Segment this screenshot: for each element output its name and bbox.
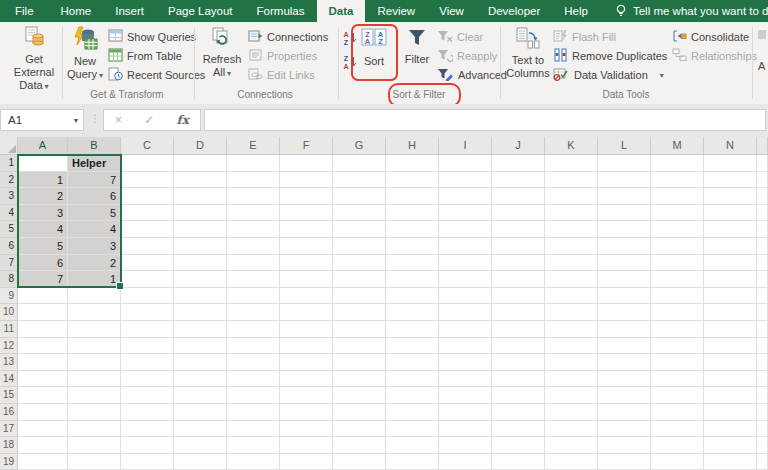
- cell-I17[interactable]: [439, 421, 492, 438]
- tab-review[interactable]: Review: [365, 0, 427, 22]
- row-header-7[interactable]: 7: [0, 255, 18, 272]
- row-header-14[interactable]: 14: [0, 371, 18, 388]
- cell-N13[interactable]: [704, 354, 757, 371]
- cell-J10[interactable]: [492, 304, 545, 321]
- cell-partial-13[interactable]: [757, 354, 768, 371]
- get-external-data-button[interactable]: Get External Data▾: [6, 26, 62, 88]
- cell-I14[interactable]: [439, 371, 492, 388]
- fill-handle[interactable]: [116, 282, 124, 290]
- cell-J1[interactable]: [492, 155, 545, 172]
- cell-A16[interactable]: [18, 404, 68, 421]
- cell-K3[interactable]: [545, 188, 598, 205]
- cell-partial-16[interactable]: [757, 404, 768, 421]
- cell-K4[interactable]: [545, 205, 598, 222]
- recent-sources-button[interactable]: Recent Sources: [108, 66, 205, 84]
- cell-L14[interactable]: [598, 371, 651, 388]
- column-header-H[interactable]: H: [386, 137, 439, 155]
- name-box-caret-icon[interactable]: ▾: [74, 116, 78, 125]
- cell-E9[interactable]: [227, 288, 280, 305]
- cell-C12[interactable]: [121, 338, 174, 355]
- enter-icon[interactable]: ✓: [144, 113, 154, 127]
- cell-I4[interactable]: [439, 205, 492, 222]
- cell-J8[interactable]: [492, 271, 545, 288]
- cell-B10[interactable]: [68, 304, 121, 321]
- sort-button[interactable]: ZAAZ Sort: [356, 27, 392, 89]
- cell-N4[interactable]: [704, 205, 757, 222]
- cell-J15[interactable]: [492, 387, 545, 404]
- tab-insert[interactable]: Insert: [103, 0, 156, 22]
- cell-B6[interactable]: 3: [68, 238, 121, 255]
- row-header-16[interactable]: 16: [0, 404, 18, 421]
- from-table-button[interactable]: From Table: [108, 47, 182, 65]
- cell-G7[interactable]: [333, 255, 386, 272]
- column-header-A[interactable]: A: [18, 137, 68, 155]
- cell-G14[interactable]: [333, 371, 386, 388]
- cell-C11[interactable]: [121, 321, 174, 338]
- cell-partial-9[interactable]: [757, 288, 768, 305]
- cell-F12[interactable]: [280, 338, 333, 355]
- cell-J17[interactable]: [492, 421, 545, 438]
- cell-L13[interactable]: [598, 354, 651, 371]
- cell-partial-11[interactable]: [757, 321, 768, 338]
- cell-N12[interactable]: [704, 338, 757, 355]
- cell-I18[interactable]: [439, 437, 492, 454]
- cell-C10[interactable]: [121, 304, 174, 321]
- cell-E1[interactable]: [227, 155, 280, 172]
- cell-E11[interactable]: [227, 321, 280, 338]
- cell-L15[interactable]: [598, 387, 651, 404]
- cell-D6[interactable]: [174, 238, 227, 255]
- cell-N9[interactable]: [704, 288, 757, 305]
- column-header-J[interactable]: J: [492, 137, 545, 155]
- cell-A2[interactable]: 1: [18, 172, 68, 189]
- cell-G11[interactable]: [333, 321, 386, 338]
- row-header-17[interactable]: 17: [0, 421, 18, 438]
- cell-M4[interactable]: [651, 205, 704, 222]
- cell-F5[interactable]: [280, 221, 333, 238]
- cell-D1[interactable]: [174, 155, 227, 172]
- cell-H7[interactable]: [386, 255, 439, 272]
- column-header-D[interactable]: D: [174, 137, 227, 155]
- cell-partial-7[interactable]: [757, 255, 768, 272]
- cell-J13[interactable]: [492, 354, 545, 371]
- cell-H18[interactable]: [386, 437, 439, 454]
- cell-N1[interactable]: [704, 155, 757, 172]
- cell-A7[interactable]: 6: [18, 255, 68, 272]
- cell-A19[interactable]: [18, 454, 68, 470]
- cell-D11[interactable]: [174, 321, 227, 338]
- cell-B15[interactable]: [68, 387, 121, 404]
- cell-A4[interactable]: 3: [18, 205, 68, 222]
- cell-M14[interactable]: [651, 371, 704, 388]
- cell-L17[interactable]: [598, 421, 651, 438]
- cell-C13[interactable]: [121, 354, 174, 371]
- column-header-C[interactable]: C: [121, 137, 174, 155]
- cell-L7[interactable]: [598, 255, 651, 272]
- cell-D5[interactable]: [174, 221, 227, 238]
- cell-D15[interactable]: [174, 387, 227, 404]
- cell-L12[interactable]: [598, 338, 651, 355]
- cell-N10[interactable]: [704, 304, 757, 321]
- cell-H19[interactable]: [386, 454, 439, 470]
- name-box[interactable]: A1 ▾: [0, 109, 84, 131]
- cell-E17[interactable]: [227, 421, 280, 438]
- cell-M2[interactable]: [651, 172, 704, 189]
- cell-B3[interactable]: 6: [68, 188, 121, 205]
- cell-I5[interactable]: [439, 221, 492, 238]
- cell-A17[interactable]: [18, 421, 68, 438]
- cell-J7[interactable]: [492, 255, 545, 272]
- cell-G16[interactable]: [333, 404, 386, 421]
- cell-partial-5[interactable]: [757, 221, 768, 238]
- cell-C18[interactable]: [121, 437, 174, 454]
- column-header-L[interactable]: L: [598, 137, 651, 155]
- cell-D18[interactable]: [174, 437, 227, 454]
- tab-page-layout[interactable]: Page Layout: [156, 0, 245, 22]
- cell-D19[interactable]: [174, 454, 227, 470]
- cell-partial-15[interactable]: [757, 387, 768, 404]
- cell-C5[interactable]: [121, 221, 174, 238]
- cell-K15[interactable]: [545, 387, 598, 404]
- cell-D4[interactable]: [174, 205, 227, 222]
- cell-B12[interactable]: [68, 338, 121, 355]
- cell-I2[interactable]: [439, 172, 492, 189]
- cell-K2[interactable]: [545, 172, 598, 189]
- cell-D16[interactable]: [174, 404, 227, 421]
- cell-A6[interactable]: 5: [18, 238, 68, 255]
